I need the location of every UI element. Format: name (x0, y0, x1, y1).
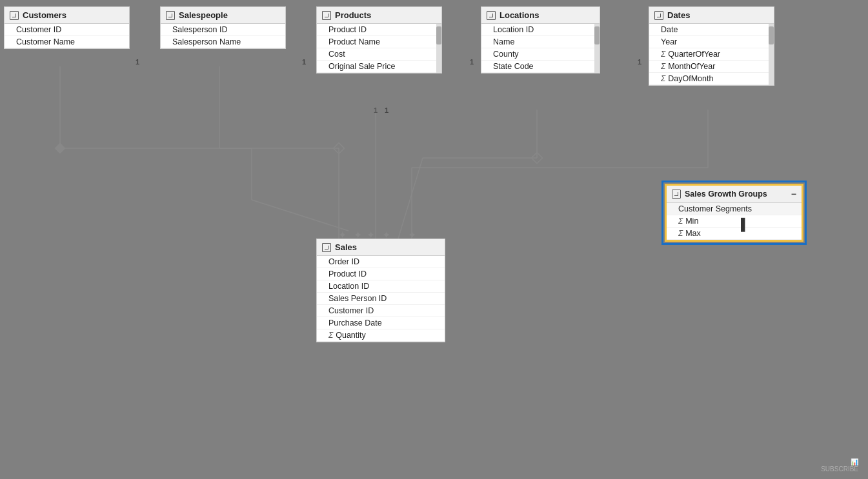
field-label: DayOfMonth (668, 74, 713, 83)
products-title: Products (335, 10, 371, 20)
field-customer-name[interactable]: Customer Name (5, 36, 129, 48)
sgg-table-header: Sales Growth Groups − (667, 186, 802, 203)
field-label: Customer ID (16, 25, 61, 34)
field-label: Product ID (328, 25, 367, 34)
field-label: Sales Person ID (328, 294, 387, 303)
field-label: Salesperson ID (172, 25, 227, 34)
dates-table-header: Dates (649, 7, 774, 24)
field-purchase-date[interactable]: Purchase Date (317, 317, 445, 329)
table-icon (10, 11, 19, 20)
svg-text:1: 1 (374, 106, 378, 114)
field-label: Purchase Date (328, 318, 382, 327)
svg-text:1: 1 (136, 58, 139, 66)
field-dayofmonth[interactable]: Σ DayOfMonth (649, 73, 774, 85)
salespeople-title: Salespeople (179, 10, 228, 20)
locations-title: Locations (500, 10, 539, 20)
sales-title: Sales (335, 242, 357, 252)
sigma-icon: Σ (661, 62, 665, 71)
field-label: State Code (493, 62, 534, 71)
table-icon (487, 11, 496, 20)
field-sales-person-id[interactable]: Sales Person ID (317, 293, 445, 305)
field-label: Customer Segments (678, 204, 752, 213)
field-label: Date (661, 25, 678, 34)
svg-text:1: 1 (470, 58, 474, 66)
field-customer-id[interactable]: Customer ID (317, 305, 445, 317)
field-label: County (493, 50, 519, 59)
table-icon (672, 190, 681, 199)
field-min[interactable]: Σ Min (667, 215, 802, 228)
field-county[interactable]: County (481, 48, 600, 61)
svg-rect-9 (334, 143, 345, 154)
field-label: Location ID (328, 282, 369, 291)
field-order-id[interactable]: Order ID (317, 256, 445, 268)
field-date[interactable]: Date (649, 24, 774, 36)
dates-title: Dates (667, 10, 690, 20)
field-product-id[interactable]: Product ID (317, 24, 441, 36)
salespeople-table: Salespeople Salesperson ID Salesperson N… (160, 6, 286, 49)
sigma-icon: Σ (661, 74, 665, 83)
sales-table-header: Sales (317, 239, 445, 256)
field-label: Location ID (493, 25, 534, 34)
field-quantity[interactable]: Σ Quantity (317, 329, 445, 342)
sales-growth-groups-table: Sales Growth Groups − Customer Segments … (665, 184, 803, 242)
sales-table: Sales Order ID Product ID Location ID Sa… (316, 239, 445, 342)
sigma-icon: Σ (678, 229, 683, 238)
field-label: Min (685, 217, 698, 226)
svg-text:1: 1 (638, 58, 641, 66)
field-label: MonthOfYear (668, 62, 715, 71)
field-label: Original Sale Price (328, 62, 396, 71)
field-original-sale-price[interactable]: Original Sale Price (317, 61, 441, 73)
table-icon (166, 11, 175, 20)
field-salesperson-name[interactable]: Salesperson Name (161, 36, 285, 48)
field-salesperson-id[interactable]: Salesperson ID (161, 24, 285, 36)
field-label: Quantity (336, 331, 366, 340)
svg-rect-17 (532, 153, 543, 164)
field-label: Customer ID (328, 306, 374, 315)
table-icon (322, 11, 331, 20)
field-label: QuarterOfYear (668, 50, 720, 59)
field-product-id[interactable]: Product ID (317, 268, 445, 280)
field-label: Product Name (328, 37, 380, 46)
field-label: Year (661, 37, 677, 46)
products-table: Products Product ID Product Name Cost Or… (316, 6, 442, 73)
field-location-id[interactable]: Location ID (317, 280, 445, 293)
field-product-name[interactable]: Product Name (317, 36, 441, 48)
field-label: Product ID (328, 269, 367, 279)
field-label: Max (685, 229, 701, 238)
field-label: Customer Name (16, 37, 75, 46)
svg-line-16 (398, 158, 423, 239)
field-quarterofyear[interactable]: Σ QuarterOfYear (649, 48, 774, 61)
field-cost[interactable]: Cost (317, 48, 441, 61)
field-year[interactable]: Year (649, 36, 774, 48)
locations-table-header: Locations (481, 7, 600, 24)
locations-table: Locations Location ID Name County State … (481, 6, 600, 73)
field-customer-segments[interactable]: Customer Segments (667, 203, 802, 215)
field-monthofyear[interactable]: Σ MonthOfYear (649, 61, 774, 73)
customers-table-header: Customers (5, 7, 129, 24)
field-state-code[interactable]: State Code (481, 61, 600, 73)
field-max[interactable]: Σ Max (667, 228, 802, 240)
svg-text:1: 1 (385, 106, 389, 114)
customers-table: Customers Customer ID Customer Name (4, 6, 130, 49)
field-location-id[interactable]: Location ID (481, 24, 600, 36)
table-icon (322, 243, 331, 252)
customers-title: Customers (23, 10, 66, 20)
field-customer-id[interactable]: Customer ID (5, 24, 129, 36)
sigma-icon: Σ (678, 217, 683, 226)
svg-rect-4 (55, 143, 66, 154)
field-name[interactable]: Name (481, 36, 600, 48)
field-label: Name (493, 37, 514, 46)
table-icon (654, 11, 663, 20)
field-label: Order ID (328, 257, 359, 266)
sigma-icon: Σ (661, 50, 665, 59)
field-label: Salesperson Name (172, 37, 241, 46)
field-label: Cost (328, 50, 345, 59)
sgg-title: Sales Growth Groups (685, 190, 767, 199)
watermark: 📊 SUBSCRIBE (821, 458, 858, 473)
dates-table: Dates Date Year Σ QuarterOfYear Σ MonthO… (649, 6, 774, 86)
products-table-header: Products (317, 7, 441, 24)
svg-text:1: 1 (302, 58, 306, 66)
svg-line-3 (252, 200, 348, 231)
salespeople-table-header: Salespeople (161, 7, 285, 24)
collapse-icon[interactable]: − (791, 189, 796, 199)
